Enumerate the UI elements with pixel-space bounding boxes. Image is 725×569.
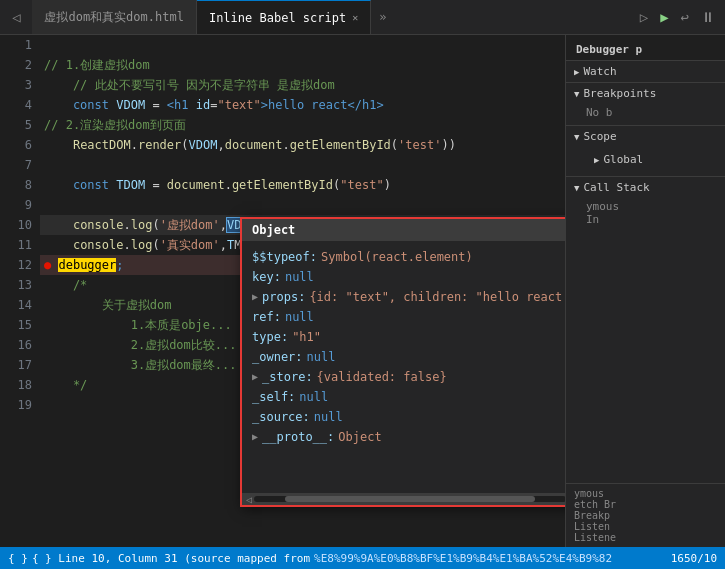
scrollbar-thumb[interactable] [285, 496, 535, 502]
breakpoints-empty-text: No b [586, 106, 613, 119]
nav-back-btn[interactable]: ◁ [8, 7, 24, 27]
status-bar: { } { } Line 10, Column 31 (source mappe… [0, 547, 725, 569]
breakpoints-arrow-icon: ▼ [574, 89, 579, 99]
popup-scrollbar[interactable]: ◁ ▷ [242, 493, 565, 505]
breakpoints-content: No b [566, 104, 725, 125]
debug-run-icon: ▷ [638, 7, 650, 27]
obj-key-proto: __proto__: [262, 427, 334, 447]
right-bottom-items: ymous etch Br Breakp Listen Listene [566, 483, 725, 547]
watch-header[interactable]: ▶ Watch [566, 61, 725, 82]
debugger-title: Debugger p [566, 35, 725, 60]
global-label: Global [603, 153, 643, 166]
obj-val-key: null [285, 267, 314, 287]
obj-key-self: _self: [252, 387, 295, 407]
main-content: 1 2 3 4 5 6 7 8 9 10 11 12 13 14 15 16 1… [0, 35, 725, 547]
obj-val-proto: Object [338, 427, 381, 447]
obj-val-owner: null [307, 347, 336, 367]
expand-props-icon[interactable]: ▶ [252, 287, 258, 307]
watch-section: ▶ Watch [566, 60, 725, 82]
obj-row-ref: ref: null [252, 307, 565, 327]
global-arrow-icon: ▶ [594, 155, 599, 165]
obj-val-source: null [314, 407, 343, 427]
line-numbers: 1 2 3 4 5 6 7 8 9 10 11 12 13 14 15 16 1… [0, 35, 40, 547]
obj-key-source: _source: [252, 407, 310, 427]
tab-babel-label: Inline Babel script [209, 11, 346, 25]
nav-controls: ◁ [0, 7, 32, 27]
scope-section: ▼ Scope ▶ Global [566, 125, 725, 176]
callstack-header[interactable]: ▼ Call Stack [566, 177, 725, 198]
tab-bar: 虚拟dom和真实dom.html Inline Babel script ✕ » [32, 0, 629, 34]
obj-key-owner: _owner: [252, 347, 303, 367]
obj-val-self: null [299, 387, 328, 407]
obj-row-key: key: null [252, 267, 565, 287]
code-line-3: // 此处不要写引号 因为不是字符串 是虚拟dom [40, 75, 565, 95]
tab-close-icon[interactable]: ✕ [352, 12, 358, 23]
watch-label: Watch [583, 65, 616, 78]
code-line-5: // 2.渲染虚拟dom到页面 [40, 115, 565, 135]
code-line-7 [40, 155, 565, 175]
obj-key-type: type: [252, 327, 288, 347]
code-line-2: // 1.创建虚拟dom [40, 55, 565, 75]
object-popup: Object $$typeof: Symbol(react.element) k… [240, 217, 565, 507]
scroll-left-icon[interactable]: ◁ [244, 494, 254, 505]
code-line-1 [40, 35, 565, 55]
obj-key-typeof: $$typeof: [252, 247, 317, 267]
object-popup-title: Object [242, 219, 565, 241]
obj-row-self: _self: null [252, 387, 565, 407]
breakpoints-header[interactable]: ▼ Breakpoints [566, 83, 725, 104]
debug-play-btn[interactable]: ▶ [658, 7, 670, 27]
right-item-listen3: Listen [574, 521, 717, 532]
obj-key-ref: ref: [252, 307, 281, 327]
scrollbar-track[interactable] [254, 496, 565, 502]
breakpoints-label: Breakpoints [583, 87, 656, 100]
obj-row-source: _source: null [252, 407, 565, 427]
debug-controls: ▷ ▶ ↩ ⏸ [630, 7, 725, 27]
status-position-text: { } Line 10, Column 31 (source mapped fr… [32, 552, 310, 565]
expand-proto-icon[interactable]: ▶ [252, 427, 258, 447]
tab-more-btn[interactable]: » [371, 0, 394, 34]
callstack-content: ymous In [566, 198, 725, 232]
debug-step-btn[interactable]: ↩ [679, 7, 691, 27]
callstack-label: Call Stack [583, 181, 649, 194]
scope-label: Scope [583, 130, 616, 143]
tab-vdom-label: 虚拟dom和真实dom.html [44, 9, 183, 26]
object-popup-body: $$typeof: Symbol(react.element) key: nul… [242, 241, 565, 453]
code-editor[interactable]: // 1.创建虚拟dom // 此处不要写引号 因为不是字符串 是虚拟dom c… [40, 35, 565, 547]
callstack-arrow-icon: ▼ [574, 183, 579, 193]
code-line-9 [40, 195, 565, 215]
callstack-item-1: ymous [586, 200, 717, 213]
obj-val-type: "h1" [292, 327, 321, 347]
debug-pause-icon: ⏸ [699, 7, 717, 27]
obj-row-proto[interactable]: ▶ __proto__: Object [252, 427, 565, 447]
callstack-section: ▼ Call Stack ymous In [566, 176, 725, 232]
obj-row-typeof: $$typeof: Symbol(react.element) [252, 247, 565, 267]
code-container: 1 2 3 4 5 6 7 8 9 10 11 12 13 14 15 16 1… [0, 35, 565, 547]
right-panel: Debugger p ▶ Watch ▼ Breakpoints No b ▼ … [565, 35, 725, 547]
obj-row-props[interactable]: ▶ props: {id: "text", children: "hello r… [252, 287, 565, 307]
obj-row-type: type: "h1" [252, 327, 565, 347]
right-item-etch: etch Br [574, 499, 717, 510]
obj-row-store[interactable]: ▶ _store: {validated: false} [252, 367, 565, 387]
editor-area: 1 2 3 4 5 6 7 8 9 10 11 12 13 14 15 16 1… [0, 35, 565, 547]
tab-vdom[interactable]: 虚拟dom和真实dom.html [32, 0, 196, 34]
expand-store-icon[interactable]: ▶ [252, 367, 258, 387]
status-right: 1650/10 [671, 552, 717, 565]
obj-key-key: key: [252, 267, 281, 287]
status-line-col: 1650/10 [671, 552, 717, 565]
status-left: { } { } Line 10, Column 31 (source mappe… [8, 552, 612, 565]
scope-content: ▶ Global [566, 147, 725, 176]
tab-babel[interactable]: Inline Babel script ✕ [197, 0, 371, 34]
obj-key-props: props: [262, 287, 305, 307]
right-item-ymous: ymous [574, 488, 717, 499]
code-line-8: const TDOM = document.getElementById("te… [40, 175, 565, 195]
right-item-breakp: Breakp [574, 510, 717, 521]
top-bar: ◁ 虚拟dom和真实dom.html Inline Babel script ✕… [0, 0, 725, 35]
scope-header[interactable]: ▼ Scope [566, 126, 725, 147]
code-line-6: ReactDOM.render(VDOM,document.getElement… [40, 135, 565, 155]
status-source-mapped: %E8%99%9A%E0%B8%BF%E1%B9%B4%E1%BA%52%E4%… [314, 552, 612, 565]
global-header[interactable]: ▶ Global [586, 149, 717, 170]
right-item-listen4: Listene [574, 532, 717, 543]
obj-val-props: {id: "text", children: "hello react [309, 287, 562, 307]
code-line-4: const VDOM = <h1 id="text">hello react</… [40, 95, 565, 115]
scope-arrow-icon: ▼ [574, 132, 579, 142]
